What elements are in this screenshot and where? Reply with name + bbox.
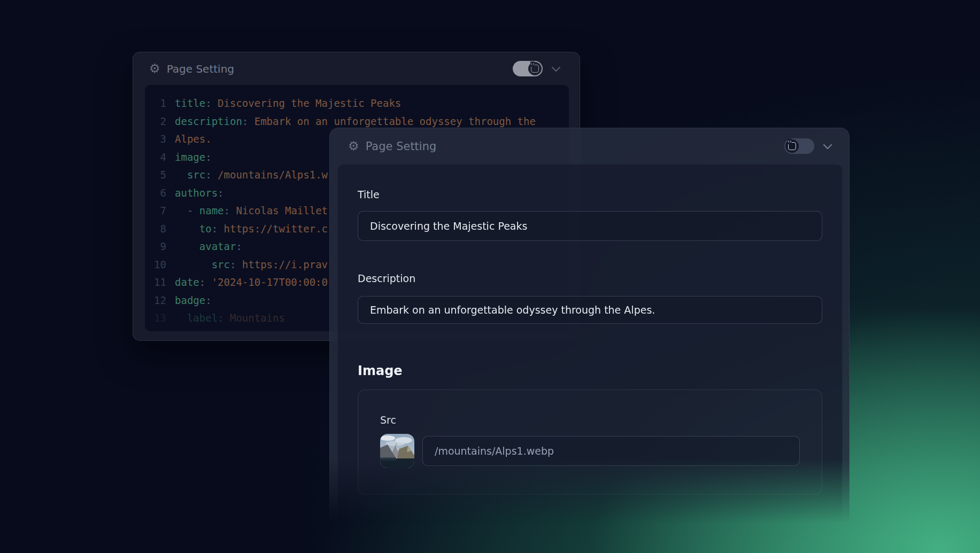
page-setting-panel-form-view: ⚙ Page Setting Title Description Image S… [329, 128, 850, 550]
title-input[interactable] [358, 211, 822, 241]
src-row [380, 434, 800, 468]
title-label: Title [358, 188, 822, 201]
code-view-toggle[interactable] [513, 61, 543, 76]
description-label: Description [358, 272, 822, 285]
code-line: 1title: Discovering the Majestic Peaks [151, 95, 569, 113]
chevron-down-icon[interactable] [549, 62, 563, 76]
chevron-down-icon[interactable] [821, 139, 835, 153]
src-input[interactable] [422, 436, 800, 466]
code-view-toggle[interactable] [784, 138, 814, 154]
description-input[interactable] [358, 296, 822, 324]
image-section-heading: Image [358, 363, 822, 379]
page-setting-form: Title Description Image Src [337, 164, 843, 543]
src-label: Src [380, 414, 800, 426]
gear-icon: ⚙ [348, 140, 359, 152]
panel-title: Page Setting [366, 140, 437, 153]
toggle-knob [785, 139, 799, 153]
image-field-group: Src [358, 390, 822, 495]
panel-title: Page Setting [167, 63, 234, 75]
image-thumbnail [380, 434, 414, 468]
gear-icon: ⚙ [149, 63, 160, 75]
panel-header: ⚙ Page Setting [330, 128, 849, 164]
app-background: ⚙ Page Setting 1title: Discovering the M… [0, 0, 980, 553]
code-icon [531, 65, 539, 73]
toggle-knob [528, 62, 542, 75]
panel-header: ⚙ Page Setting [133, 52, 580, 85]
code-icon [788, 142, 796, 150]
